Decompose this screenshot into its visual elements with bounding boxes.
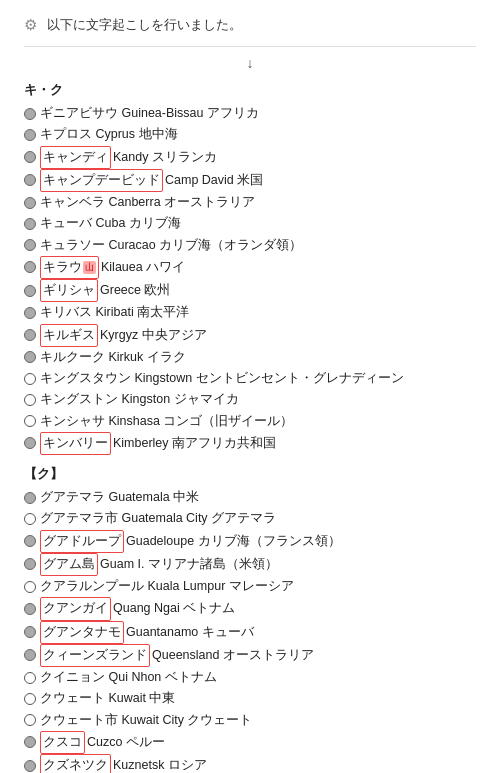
list-item: ギリシャ Greece 欧州 <box>24 279 476 302</box>
entry-text: グアテマラ市 Guatemala City グアテマラ <box>40 508 476 529</box>
highlight-box: グアドループ <box>40 530 124 553</box>
radio-circle[interactable] <box>24 261 36 273</box>
entry-text: Queensland オーストラリア <box>152 645 476 666</box>
list-item: クアンガイ Quang Ngai ベトナム <box>24 597 476 620</box>
entry-text: Greece 欧州 <box>100 280 476 301</box>
entry-text: Guadeloupe カリブ海（フランス領） <box>126 531 476 552</box>
highlight-box: キャンプデービッド <box>40 169 163 192</box>
radio-circle[interactable] <box>24 693 36 705</box>
entry-text: キングスタウン Kingstown セントビンセント・グレナディーン <box>40 368 476 389</box>
entry-text: キプロス Cyprus 地中海 <box>40 124 476 145</box>
radio-circle[interactable] <box>24 649 36 661</box>
list-item: クウェート市 Kuwait City クウェート <box>24 710 476 731</box>
section-header-ku: 【ク】 <box>24 465 476 483</box>
radio-circle[interactable] <box>24 603 36 615</box>
radio-circle[interactable] <box>24 218 36 230</box>
gear-icon: ⚙ <box>24 16 37 34</box>
list-item: クィーンズランド Queensland オーストラリア <box>24 644 476 667</box>
radio-circle[interactable] <box>24 239 36 251</box>
list-item: グアドループ Guadeloupe カリブ海（フランス領） <box>24 530 476 553</box>
radio-circle[interactable] <box>24 513 36 525</box>
list-item: キングスタウン Kingstown セントビンセント・グレナディーン <box>24 368 476 389</box>
radio-circle[interactable] <box>24 373 36 385</box>
highlight-box: クスコ <box>40 731 85 754</box>
highlight-box: グアンタナモ <box>40 621 124 644</box>
list-item: グアム島 Guam I. マリアナ諸島（米領） <box>24 553 476 576</box>
radio-circle[interactable] <box>24 174 36 186</box>
radio-circle[interactable] <box>24 108 36 120</box>
list-item: クスコ Cuzco ペルー <box>24 731 476 754</box>
list-item: キャンベラ Canberra オーストラリア <box>24 192 476 213</box>
radio-circle[interactable] <box>24 151 36 163</box>
radio-circle[interactable] <box>24 285 36 297</box>
list-item: グアテマラ市 Guatemala City グアテマラ <box>24 508 476 529</box>
entry-text: Quang Ngai ベトナム <box>113 598 476 619</box>
radio-circle[interactable] <box>24 626 36 638</box>
entry-text: キューバ Cuba カリブ海 <box>40 213 476 234</box>
radio-circle[interactable] <box>24 129 36 141</box>
list-item: クウェート Kuwait 中東 <box>24 688 476 709</box>
list-item: グアンタナモ Guantanamo キューバ <box>24 621 476 644</box>
radio-circle[interactable] <box>24 672 36 684</box>
entry-text: キンシャサ Kinshasa コンゴ（旧ザイール） <box>40 411 476 432</box>
list-item: クアラルンプール Kuala Lumpur マレーシア <box>24 576 476 597</box>
radio-circle[interactable] <box>24 535 36 547</box>
radio-circle[interactable] <box>24 415 36 427</box>
section-header-ki-ku: キ・ク <box>24 81 476 99</box>
entry-text: キリバス Kiribati 南太平洋 <box>40 302 476 323</box>
entry-text: キャンベラ Canberra オーストラリア <box>40 192 476 213</box>
list-item: キャンディ Kandy スリランカ <box>24 146 476 169</box>
entry-text: キングストン Kingston ジャマイカ <box>40 389 476 410</box>
entry-text: Kuznetsk ロシア <box>113 755 476 773</box>
entry-text: クウェート市 Kuwait City クウェート <box>40 710 476 731</box>
highlight-box: キルギス <box>40 324 98 347</box>
list-item: クズネツク Kuznetsk ロシア <box>24 754 476 773</box>
entry-list-ku: グアテマラ Guatemala 中米グアテマラ市 Guatemala City … <box>24 487 476 773</box>
down-arrow-top: ↓ <box>24 55 476 71</box>
list-item: キリバス Kiribati 南太平洋 <box>24 302 476 323</box>
entry-text: クウェート Kuwait 中東 <box>40 688 476 709</box>
highlight-box: クアンガイ <box>40 597 111 620</box>
radio-circle[interactable] <box>24 351 36 363</box>
highlight-box: キラウ山 <box>40 256 99 279</box>
header-row: ⚙ 以下に文字起こしを行いました。 <box>24 16 476 34</box>
header-text: 以下に文字起こしを行いました。 <box>47 16 242 34</box>
highlight-box: キンバリー <box>40 432 111 455</box>
entry-text: Camp David 米国 <box>165 170 476 191</box>
highlight-box: クィーンズランド <box>40 644 150 667</box>
radio-circle[interactable] <box>24 736 36 748</box>
radio-circle[interactable] <box>24 307 36 319</box>
list-item: クイニョン Qui Nhon ベトナム <box>24 667 476 688</box>
list-item: キンシャサ Kinshasa コンゴ（旧ザイール） <box>24 411 476 432</box>
list-item: キュラソー Curacao カリブ海（オランダ領） <box>24 235 476 256</box>
radio-circle[interactable] <box>24 760 36 772</box>
highlight-box: グアム島 <box>40 553 98 576</box>
sections-container: キ・クギニアビサウ Guinea-Bissau アフリカキプロス Cyprus … <box>24 81 476 773</box>
list-item: キングストン Kingston ジャマイカ <box>24 389 476 410</box>
mountain-icon: 山 <box>83 261 96 274</box>
entry-text: キルクーク Kirkuk イラク <box>40 347 476 368</box>
highlight-box: クズネツク <box>40 754 111 773</box>
top-divider <box>24 46 476 47</box>
radio-circle[interactable] <box>24 394 36 406</box>
entry-list-ki-ku: ギニアビサウ Guinea-Bissau アフリカキプロス Cyprus 地中海… <box>24 103 476 455</box>
list-item: キャンプデービッド Camp David 米国 <box>24 169 476 192</box>
list-item: キプロス Cyprus 地中海 <box>24 124 476 145</box>
list-item: キルクーク Kirkuk イラク <box>24 347 476 368</box>
entry-text: Kilauea ハワイ <box>101 257 476 278</box>
radio-circle[interactable] <box>24 714 36 726</box>
entry-text: グアテマラ Guatemala 中米 <box>40 487 476 508</box>
radio-circle[interactable] <box>24 197 36 209</box>
entry-text: クアラルンプール Kuala Lumpur マレーシア <box>40 576 476 597</box>
radio-circle[interactable] <box>24 329 36 341</box>
radio-circle[interactable] <box>24 581 36 593</box>
entry-text: Kandy スリランカ <box>113 147 476 168</box>
list-item: キンバリー Kimberley 南アフリカ共和国 <box>24 432 476 455</box>
radio-circle[interactable] <box>24 492 36 504</box>
radio-circle[interactable] <box>24 437 36 449</box>
list-item: ギニアビサウ Guinea-Bissau アフリカ <box>24 103 476 124</box>
entry-text: ギニアビサウ Guinea-Bissau アフリカ <box>40 103 476 124</box>
list-item: グアテマラ Guatemala 中米 <box>24 487 476 508</box>
radio-circle[interactable] <box>24 558 36 570</box>
list-item: キルギス Kyrgyz 中央アジア <box>24 324 476 347</box>
